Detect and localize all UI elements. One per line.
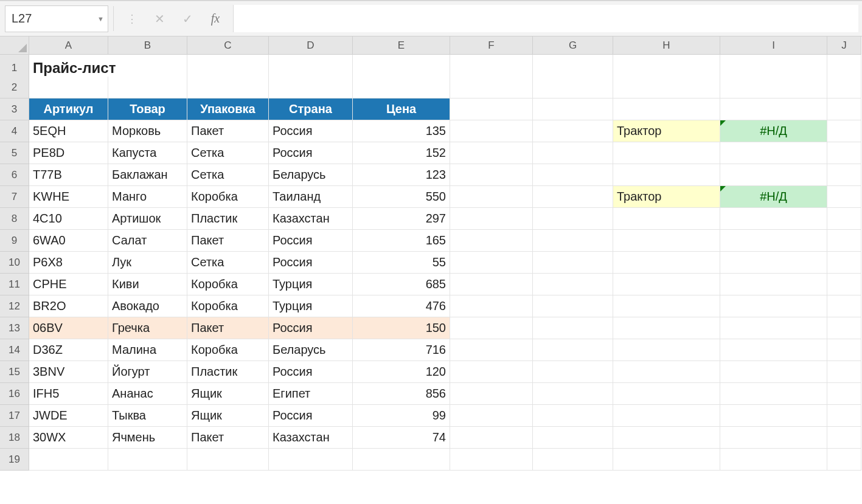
cell-B6[interactable]: Баклажан bbox=[108, 164, 187, 186]
cell-J19[interactable] bbox=[827, 449, 861, 471]
cell-I17[interactable] bbox=[720, 405, 827, 427]
cell-H12[interactable] bbox=[613, 295, 720, 317]
cell-J6[interactable] bbox=[827, 164, 861, 186]
cell-I9[interactable] bbox=[720, 230, 827, 252]
cell-I4[interactable]: #Н/Д bbox=[720, 120, 827, 142]
fx-icon[interactable]: fx bbox=[209, 12, 222, 26]
col-header-E[interactable]: E bbox=[353, 36, 450, 55]
cell-A2[interactable] bbox=[29, 77, 108, 98]
cell-B12[interactable]: Авокадо bbox=[108, 295, 187, 317]
cell-D12[interactable]: Турция bbox=[269, 295, 353, 317]
cell-C3-header[interactable]: Упаковка bbox=[187, 98, 269, 120]
cell-F16[interactable] bbox=[450, 383, 533, 405]
cell-I6[interactable] bbox=[720, 164, 827, 186]
cell-C4[interactable]: Пакет bbox=[187, 120, 269, 142]
cell-E8[interactable]: 297 bbox=[353, 208, 450, 230]
cell-C12[interactable]: Коробка bbox=[187, 295, 269, 317]
cell-D17[interactable]: Россия bbox=[269, 405, 353, 427]
cell-E4[interactable]: 135 bbox=[353, 120, 450, 142]
cell-F10[interactable] bbox=[450, 252, 533, 274]
cell-A5[interactable]: PE8D bbox=[29, 142, 108, 164]
cell-J12[interactable] bbox=[827, 295, 861, 317]
cell-J3[interactable] bbox=[827, 98, 861, 120]
cell-J18[interactable] bbox=[827, 427, 861, 449]
cell-A3-header[interactable]: Артикул bbox=[29, 98, 108, 120]
cell-C18[interactable]: Пакет bbox=[187, 427, 269, 449]
cell-H13[interactable] bbox=[613, 317, 720, 339]
cell-A10[interactable]: P6X8 bbox=[29, 252, 108, 274]
cell-G19[interactable] bbox=[533, 449, 613, 471]
cell-J14[interactable] bbox=[827, 339, 861, 361]
cell-I12[interactable] bbox=[720, 295, 827, 317]
cell-F15[interactable] bbox=[450, 361, 533, 383]
cell-C5[interactable]: Сетка bbox=[187, 142, 269, 164]
cell-B3-header[interactable]: Товар bbox=[108, 98, 187, 120]
cell-I16[interactable] bbox=[720, 383, 827, 405]
cell-D7[interactable]: Таиланд bbox=[269, 186, 353, 208]
cell-I10[interactable] bbox=[720, 252, 827, 274]
row-header-2[interactable]: 2 bbox=[0, 77, 29, 98]
cell-I19[interactable] bbox=[720, 449, 827, 471]
cell-E16[interactable]: 856 bbox=[353, 383, 450, 405]
cell-F5[interactable] bbox=[450, 142, 533, 164]
cell-A4[interactable]: 5EQH bbox=[29, 120, 108, 142]
cell-D3-header[interactable]: Страна bbox=[269, 98, 353, 120]
cell-B4[interactable]: Морковь bbox=[108, 120, 187, 142]
cell-B19[interactable] bbox=[108, 449, 187, 471]
cell-G3[interactable] bbox=[533, 98, 613, 120]
cell-C13[interactable]: Пакет bbox=[187, 317, 269, 339]
cell-E13[interactable]: 150 bbox=[353, 317, 450, 339]
cell-C17[interactable]: Ящик bbox=[187, 405, 269, 427]
cell-D9[interactable]: Россия bbox=[269, 230, 353, 252]
cell-A17[interactable]: JWDE bbox=[29, 405, 108, 427]
col-header-D[interactable]: D bbox=[269, 36, 353, 55]
cell-C6[interactable]: Сетка bbox=[187, 164, 269, 186]
row-header-17[interactable]: 17 bbox=[0, 405, 29, 427]
cell-E15[interactable]: 120 bbox=[353, 361, 450, 383]
cell-A16[interactable]: IFH5 bbox=[29, 383, 108, 405]
cell-H18[interactable] bbox=[613, 427, 720, 449]
spreadsheet-grid[interactable]: A B C D E F G H I J 1 Прайс-лист 2 3 Арт… bbox=[0, 36, 862, 471]
row-header-14[interactable]: 14 bbox=[0, 339, 29, 361]
row-header-3[interactable]: 3 bbox=[0, 98, 29, 120]
cell-H7[interactable]: Трактор bbox=[613, 186, 720, 208]
cell-E5[interactable]: 152 bbox=[353, 142, 450, 164]
cell-A6[interactable]: T77B bbox=[29, 164, 108, 186]
cell-G2[interactable] bbox=[533, 77, 613, 98]
col-header-G[interactable]: G bbox=[533, 36, 613, 55]
cell-A7[interactable]: KWHE bbox=[29, 186, 108, 208]
cell-F3[interactable] bbox=[450, 98, 533, 120]
cell-H2[interactable] bbox=[613, 77, 720, 98]
cell-B18[interactable]: Ячмень bbox=[108, 427, 187, 449]
cell-H4[interactable]: Трактор bbox=[613, 120, 720, 142]
cell-H3[interactable] bbox=[613, 98, 720, 120]
cell-I2[interactable] bbox=[720, 77, 827, 98]
cell-G5[interactable] bbox=[533, 142, 613, 164]
cell-H8[interactable] bbox=[613, 208, 720, 230]
cell-H6[interactable] bbox=[613, 164, 720, 186]
cell-D14[interactable]: Беларусь bbox=[269, 339, 353, 361]
cell-C15[interactable]: Пластик bbox=[187, 361, 269, 383]
cell-D8[interactable]: Казахстан bbox=[269, 208, 353, 230]
cell-F19[interactable] bbox=[450, 449, 533, 471]
cell-I7[interactable]: #Н/Д bbox=[720, 186, 827, 208]
formula-input[interactable] bbox=[233, 5, 858, 32]
cell-B17[interactable]: Тыква bbox=[108, 405, 187, 427]
cell-I13[interactable] bbox=[720, 317, 827, 339]
cell-B14[interactable]: Малина bbox=[108, 339, 187, 361]
cell-E11[interactable]: 685 bbox=[353, 274, 450, 295]
cell-E17[interactable]: 99 bbox=[353, 405, 450, 427]
cell-F18[interactable] bbox=[450, 427, 533, 449]
cell-G9[interactable] bbox=[533, 230, 613, 252]
name-box[interactable]: L27 ▼ bbox=[5, 5, 108, 32]
cell-G18[interactable] bbox=[533, 427, 613, 449]
cell-F12[interactable] bbox=[450, 295, 533, 317]
cell-B16[interactable]: Ананас bbox=[108, 383, 187, 405]
cell-A18[interactable]: 30WX bbox=[29, 427, 108, 449]
col-header-A[interactable]: A bbox=[29, 36, 108, 55]
cell-A14[interactable]: D36Z bbox=[29, 339, 108, 361]
cell-G14[interactable] bbox=[533, 339, 613, 361]
cell-D16[interactable]: Египет bbox=[269, 383, 353, 405]
cell-I14[interactable] bbox=[720, 339, 827, 361]
cell-D18[interactable]: Казахстан bbox=[269, 427, 353, 449]
